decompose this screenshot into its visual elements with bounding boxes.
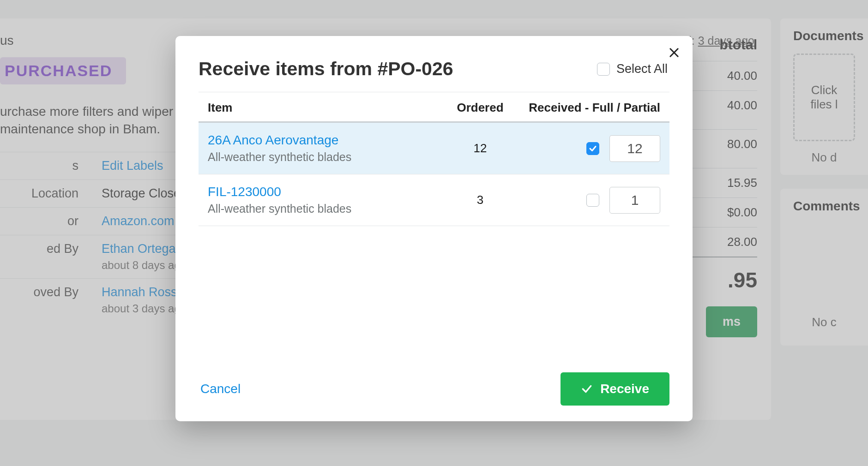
row-checkbox[interactable] — [586, 142, 599, 155]
receive-button[interactable]: Receive — [561, 372, 669, 406]
ordered-qty: 12 — [434, 141, 526, 155]
received-qty-input[interactable] — [609, 187, 660, 214]
cancel-button[interactable]: Cancel — [199, 376, 242, 402]
ordered-qty: 3 — [434, 193, 526, 207]
select-all-label: Select All — [616, 62, 668, 76]
modal-header: Receive items from #PO-026 Select All — [199, 53, 669, 92]
item-link[interactable]: 26A Anco Aerovantage — [208, 133, 434, 148]
received-qty-input[interactable] — [609, 135, 660, 162]
checkmark-icon — [581, 383, 593, 395]
modal-title: Receive items from #PO-026 — [199, 58, 453, 80]
item-sub: All-weather synthetic blades — [208, 150, 434, 164]
table-row: 26A Anco Aerovantage All-weather synthet… — [199, 123, 669, 174]
table-header: Item Ordered Received - Full / Partial — [199, 92, 669, 123]
select-all-checkbox[interactable] — [597, 63, 610, 76]
table-row: FIL-1230000 All-weather synthetic blades… — [199, 174, 669, 226]
receive-button-label: Receive — [600, 382, 649, 396]
close-icon[interactable] — [668, 46, 681, 59]
receive-table: Item Ordered Received - Full / Partial 2… — [199, 92, 669, 226]
receive-items-modal: Receive items from #PO-026 Select All It… — [175, 36, 693, 421]
select-all[interactable]: Select All — [597, 62, 668, 76]
item-sub: All-weather synthetic blades — [208, 202, 434, 215]
item-link[interactable]: FIL-1230000 — [208, 185, 434, 199]
col-item: Item — [208, 101, 434, 115]
col-ordered: Ordered — [434, 101, 526, 115]
modal-overlay: Receive items from #PO-026 Select All It… — [0, 0, 868, 466]
modal-footer: Cancel Receive — [199, 361, 669, 406]
col-received: Received - Full / Partial — [526, 101, 660, 115]
row-checkbox[interactable] — [586, 194, 599, 207]
